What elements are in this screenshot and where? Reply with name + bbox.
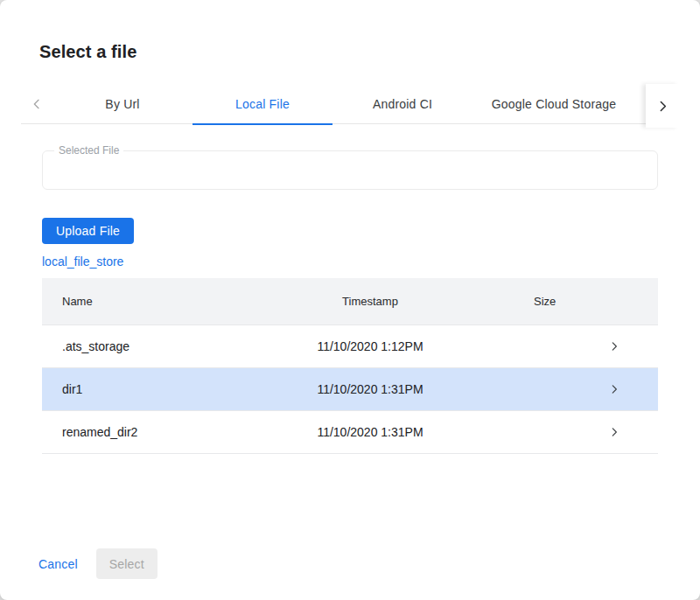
column-header-size: Size [480, 295, 570, 308]
cancel-button[interactable]: Cancel [32, 550, 85, 578]
dialog-actions: Cancel Select [32, 548, 158, 579]
tabs-next-button[interactable] [646, 84, 679, 128]
row-name: renamed_dir2 [42, 425, 261, 439]
row-name: .ats_storage [42, 339, 261, 353]
table-row-dir1[interactable]: dir1 11/10/2020 1:31PM [42, 368, 658, 411]
table-row-renamed-dir2[interactable]: renamed_dir2 11/10/2020 1:31PM [42, 411, 658, 454]
select-button[interactable]: Select [96, 548, 158, 579]
upload-file-button[interactable]: Upload File [42, 218, 134, 244]
tabs-previous-button[interactable] [21, 84, 52, 123]
column-header-timestamp: Timestamp [261, 295, 480, 308]
dialog-title: Select a file [39, 42, 136, 62]
row-name: dir1 [42, 382, 261, 396]
tab-list: By Url Local File Android CI Google Clou… [52, 84, 635, 124]
file-table-header: Name Timestamp Size [42, 278, 658, 325]
column-header-name: Name [42, 295, 261, 308]
tab-by-url[interactable]: By Url [52, 84, 192, 124]
file-table: Name Timestamp Size .ats_storage 11/10/2… [42, 278, 658, 454]
chevron-left-icon [30, 97, 44, 111]
selected-file-field-label: Selected File [54, 144, 123, 157]
local-file-store-link[interactable]: local_file_store [42, 255, 123, 269]
chevron-right-icon [570, 426, 658, 438]
tab-android-ci[interactable]: Android CI [332, 84, 472, 124]
row-timestamp: 11/10/2020 1:31PM [261, 382, 480, 396]
selected-file-field: Selected File [42, 150, 658, 190]
chevron-right-icon [570, 340, 658, 352]
tab-local-file[interactable]: Local File [192, 84, 332, 124]
tab-google-cloud-storage[interactable]: Google Cloud Storage [472, 84, 635, 124]
selected-file-input[interactable] [43, 151, 657, 189]
chevron-right-icon [655, 99, 670, 114]
row-timestamp: 11/10/2020 1:31PM [261, 425, 480, 439]
row-timestamp: 11/10/2020 1:12PM [261, 339, 480, 353]
chevron-right-icon [570, 383, 658, 395]
table-row-ats-storage[interactable]: .ats_storage 11/10/2020 1:12PM [42, 325, 658, 368]
tab-bar: By Url Local File Android CI Google Clou… [21, 84, 679, 124]
select-file-dialog: Select a file By Url Local File Android … [0, 0, 700, 600]
